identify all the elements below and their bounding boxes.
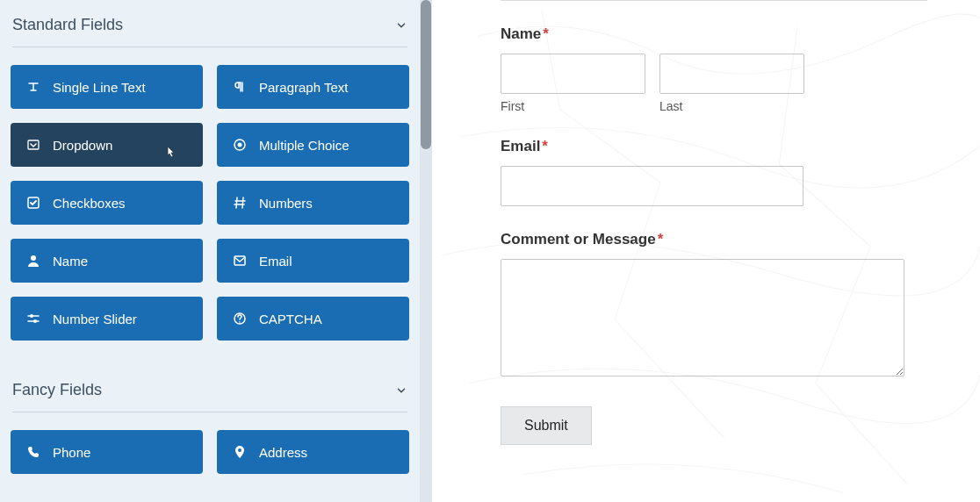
field-button-label: Checkboxes xyxy=(53,196,126,211)
text-line-icon xyxy=(26,80,40,94)
field-button-paragraph-text[interactable]: Paragraph Text xyxy=(217,65,409,109)
form-preview: Name* First Last Email* Comment or Messa… xyxy=(432,0,980,502)
required-indicator: * xyxy=(658,231,664,247)
field-button-multiple-choice[interactable]: Multiple Choice xyxy=(217,123,409,167)
section-title: Fancy Fields xyxy=(12,381,102,399)
section-divider xyxy=(12,412,407,412)
required-indicator: * xyxy=(542,138,548,154)
field-button-label: Paragraph Text xyxy=(259,80,348,95)
section-header-fancy-fields[interactable]: Fancy Fields xyxy=(11,365,409,412)
cursor-icon xyxy=(162,146,177,160)
paragraph-icon xyxy=(233,80,247,94)
sidebar-scrollbar[interactable] xyxy=(420,0,432,502)
field-button-single-line-text[interactable]: Single Line Text xyxy=(11,65,203,109)
field-button-label: Dropdown xyxy=(53,138,112,153)
question-icon xyxy=(233,312,247,326)
phone-icon xyxy=(26,445,40,459)
name-label: Name* xyxy=(501,25,927,43)
user-icon xyxy=(26,254,40,268)
field-button-numbers[interactable]: Numbers xyxy=(217,181,409,225)
field-button-label: Phone xyxy=(53,445,90,460)
field-button-address[interactable]: Address xyxy=(217,430,409,474)
last-name-sublabel: Last xyxy=(659,99,804,113)
chevron-down-icon xyxy=(395,19,407,32)
field-button-label: Email xyxy=(259,254,292,269)
field-button-label: Numbers xyxy=(259,196,313,211)
field-button-checkboxes[interactable]: Checkboxes xyxy=(11,181,203,225)
section-header-standard-fields[interactable]: Standard Fields xyxy=(11,0,409,47)
field-button-captcha[interactable]: CAPTCHA xyxy=(217,297,409,341)
form-top-divider xyxy=(501,0,927,1)
section-divider xyxy=(12,47,407,47)
checkbox-icon xyxy=(26,196,40,210)
first-name-input[interactable] xyxy=(501,54,645,94)
dropdown-icon xyxy=(26,138,40,152)
form-field-comment: Comment or Message* xyxy=(501,231,927,380)
email-label: Email* xyxy=(501,138,927,155)
field-button-label: CAPTCHA xyxy=(259,312,322,326)
sidebar-scrollbar-thumb[interactable] xyxy=(421,0,431,149)
sidebar: Standard FieldsSingle Line TextParagraph… xyxy=(0,0,420,502)
hash-icon xyxy=(233,196,247,210)
pin-icon xyxy=(233,445,247,459)
field-button-label: Address xyxy=(259,445,307,460)
chevron-down-icon xyxy=(395,384,407,397)
email-input[interactable] xyxy=(501,166,803,206)
section-title: Standard Fields xyxy=(12,16,123,34)
comment-textarea[interactable] xyxy=(501,259,904,376)
radio-icon xyxy=(233,138,247,152)
first-name-sublabel: First xyxy=(501,99,645,113)
field-button-label: Number Slider xyxy=(53,312,137,326)
submit-button[interactable]: Submit xyxy=(501,406,592,445)
field-button-name[interactable]: Name xyxy=(11,239,203,283)
field-button-phone[interactable]: Phone xyxy=(11,430,203,474)
envelope-icon xyxy=(233,254,247,268)
form-field-email: Email* xyxy=(501,138,927,206)
last-name-input[interactable] xyxy=(659,54,804,94)
field-button-label: Single Line Text xyxy=(53,80,146,95)
field-button-label: Multiple Choice xyxy=(259,138,349,153)
field-button-label: Name xyxy=(53,254,88,269)
field-button-dropdown[interactable]: Dropdown xyxy=(11,123,203,167)
field-button-number-slider[interactable]: Number Slider xyxy=(11,297,203,341)
comment-label: Comment or Message* xyxy=(501,231,927,248)
required-indicator: * xyxy=(543,25,549,42)
field-button-email[interactable]: Email xyxy=(217,239,409,283)
slider-icon xyxy=(26,312,40,326)
form-field-name: Name* First Last xyxy=(501,25,927,113)
